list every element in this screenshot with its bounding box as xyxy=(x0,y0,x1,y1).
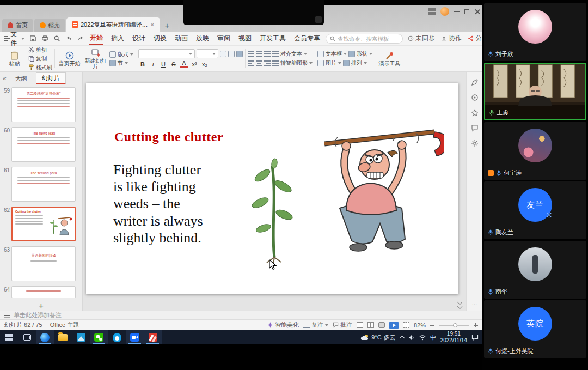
user-avatar[interactable] xyxy=(440,7,449,16)
ribbon-tab-start[interactable]: 开始 xyxy=(89,32,103,45)
ime-indicator[interactable]: 中 xyxy=(430,333,436,342)
picture-button[interactable]: 图片 xyxy=(317,59,341,67)
slide-thumbnail[interactable]: 第二段精粹“近视分离” xyxy=(11,87,76,122)
slide-thumbnail[interactable]: 英语新闻的汉译 xyxy=(11,246,76,281)
tray-expand-icon[interactable] xyxy=(399,336,405,341)
undo-button[interactable] xyxy=(65,34,72,43)
taskbar-explorer[interactable] xyxy=(54,330,72,344)
tab-document[interactable]: 2022复旦英语新闻编译讲座.pptx × xyxy=(66,17,160,32)
cut-button[interactable]: 剪切 xyxy=(28,46,52,54)
favorites-icon[interactable] xyxy=(471,109,479,117)
taskbar-meeting[interactable] xyxy=(126,330,144,344)
network-icon[interactable] xyxy=(419,335,426,341)
slideshow-play-button[interactable] xyxy=(389,322,399,329)
strikethrough-button[interactable]: S xyxy=(169,60,178,68)
tab-home[interactable]: 首页 xyxy=(2,19,33,32)
font-size-select[interactable] xyxy=(197,49,218,58)
volume-icon[interactable] xyxy=(408,335,415,341)
shrink-font-icon[interactable] xyxy=(228,51,235,57)
slide-thumbnail[interactable] xyxy=(11,286,76,298)
numbered-list-icon[interactable] xyxy=(256,51,262,57)
participant-tile[interactable]: 南华 xyxy=(484,241,586,299)
participant-tile-speaking[interactable]: 王勇 xyxy=(484,63,586,120)
file-menu[interactable]: 文件 xyxy=(4,29,24,48)
text-box-button[interactable]: 文本框 xyxy=(317,50,347,58)
justify-icon[interactable] xyxy=(272,60,279,66)
tab-slides[interactable]: 幻灯片 xyxy=(36,72,66,84)
section-button[interactable]: 节 xyxy=(109,59,133,67)
slide-sorter-button[interactable] xyxy=(367,322,374,328)
settings-icon[interactable] xyxy=(471,139,479,147)
new-slide-button[interactable]: 新建幻灯片 xyxy=(83,47,108,70)
preview-button[interactable] xyxy=(53,34,60,43)
slide-thumbnail-selected[interactable]: Cutting the clutter xyxy=(11,207,76,241)
participant-tile[interactable]: 刘子欣 xyxy=(484,3,586,61)
ribbon-tab-review[interactable]: 审阅 xyxy=(217,32,231,45)
close-button[interactable] xyxy=(474,9,480,15)
collaborate-button[interactable]: 协作 xyxy=(441,34,462,43)
minimize-button[interactable] xyxy=(454,11,460,12)
notes-toggle[interactable]: 备注 xyxy=(303,321,328,329)
align-text-button[interactable]: 对齐文本 xyxy=(280,50,307,58)
participant-tile[interactable]: 何宇涛 xyxy=(484,122,586,180)
clear-format-icon[interactable] xyxy=(236,51,243,57)
ribbon-tab-transition[interactable]: 切换 xyxy=(153,32,167,45)
ribbon-tab-design[interactable]: 设计 xyxy=(132,32,146,45)
presentation-tools-button[interactable]: 演示工具 xyxy=(377,47,402,70)
superscript-button[interactable]: x² xyxy=(190,60,199,68)
ribbon-tab-insert[interactable]: 插入 xyxy=(111,32,125,45)
paste-button[interactable]: 粘贴 xyxy=(2,47,27,70)
slide-thumbnail[interactable]: The news lead xyxy=(11,127,76,162)
more-tools-icon[interactable]: … xyxy=(472,300,477,306)
start-button[interactable] xyxy=(0,330,18,344)
shapes-button[interactable]: 形状 xyxy=(348,50,372,58)
current-slide[interactable]: Cutting the clutter Fighting clutter is … xyxy=(86,83,458,294)
normal-view-button[interactable] xyxy=(357,322,363,328)
bold-button[interactable]: B xyxy=(138,60,147,68)
taskbar-qq[interactable] xyxy=(108,330,126,344)
tab-docer[interactable]: 稻壳 xyxy=(34,19,65,32)
zoom-in-button[interactable] xyxy=(474,323,478,327)
properties-icon[interactable] xyxy=(471,78,479,86)
tab-outline[interactable]: 大纲 xyxy=(10,74,33,84)
zoom-slider-knob[interactable] xyxy=(453,323,457,327)
participant-tile[interactable]: 友兰 陶友兰 xyxy=(484,181,586,239)
screen-share-bar[interactable] xyxy=(183,0,324,25)
taskbar-wechat[interactable] xyxy=(90,330,108,344)
reading-view-button[interactable] xyxy=(378,322,385,328)
italic-button[interactable]: I xyxy=(149,60,157,68)
animation-pane-icon[interactable] xyxy=(471,94,479,101)
layout-button[interactable]: 版式 xyxy=(109,51,133,58)
play-from-current-button[interactable]: 当页开始 xyxy=(57,47,82,70)
ribbon-tab-view[interactable]: 视图 xyxy=(238,32,252,45)
redo-button[interactable] xyxy=(77,34,84,43)
taskbar-clock[interactable]: 19:51 2022/11/14 xyxy=(440,331,467,344)
arrange-button[interactable]: 排列 xyxy=(343,59,367,67)
zoom-percent[interactable]: 82% xyxy=(414,322,426,329)
theme-name[interactable]: Office 主题 xyxy=(50,321,79,329)
tab-close-icon[interactable]: × xyxy=(150,21,155,28)
restore-button[interactable] xyxy=(464,9,469,14)
font-family-select[interactable] xyxy=(138,49,195,58)
participant-tile[interactable]: 英院 何煜-上外英院 xyxy=(484,300,586,358)
new-tab-button[interactable]: + xyxy=(161,19,173,32)
subscript-button[interactable]: x₂ xyxy=(200,60,209,68)
search-input[interactable] xyxy=(338,35,399,42)
add-slide-button[interactable]: + xyxy=(0,300,82,311)
ribbon-tab-slideshow[interactable]: 放映 xyxy=(195,32,210,45)
format-painter-button[interactable]: 格式刷 xyxy=(28,64,52,71)
ribbon-tab-developer[interactable]: 开发工具 xyxy=(259,32,286,45)
align-left-icon[interactable] xyxy=(248,60,254,66)
to-smartart-button[interactable]: 转智能图形 xyxy=(280,59,313,67)
grow-font-icon[interactable] xyxy=(220,51,226,57)
share-bar-handle[interactable] xyxy=(315,16,322,23)
taskbar-browser[interactable] xyxy=(36,330,54,344)
next-slide-button[interactable] xyxy=(458,300,462,308)
slide-thumbnail[interactable]: The second para xyxy=(11,167,76,202)
align-right-icon[interactable] xyxy=(264,60,271,66)
align-center-icon[interactable] xyxy=(256,60,262,66)
ribbon-tab-animation[interactable]: 动画 xyxy=(174,32,188,45)
layout-grid-icon[interactable] xyxy=(428,8,436,15)
ribbon-tab-member[interactable]: 会员专享 xyxy=(293,32,321,45)
indent-icon[interactable] xyxy=(264,51,271,57)
